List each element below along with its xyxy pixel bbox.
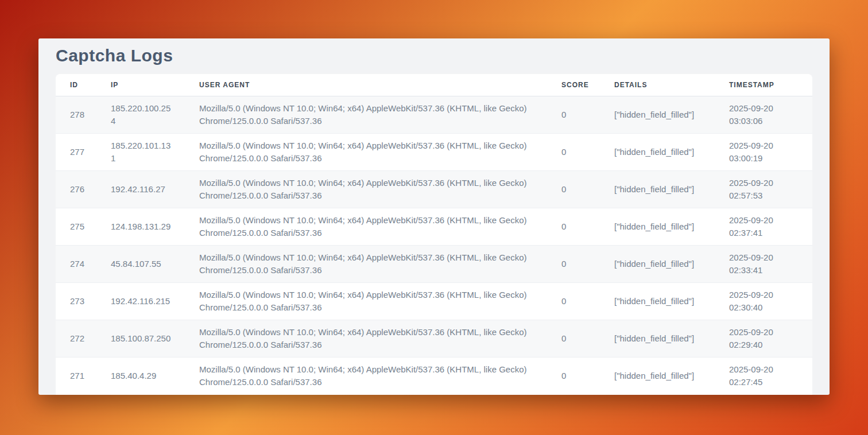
- column-header-ip: IP: [96, 74, 185, 96]
- captcha-logs-card: Captcha Logs ID IP USER AGENT SCORE DETA…: [38, 38, 830, 395]
- cell-ip: 185.100.87.250: [96, 320, 185, 358]
- logs-table: ID IP USER AGENT SCORE DETAILS TIMESTAMP…: [56, 74, 812, 395]
- cell-details: ["hidden_field_filled"]: [600, 358, 715, 395]
- cell-ip: 192.42.116.27: [96, 171, 185, 208]
- cell-score: 0: [547, 358, 600, 395]
- table-row: 272 185.100.87.250 Mozilla/5.0 (Windows …: [56, 320, 812, 358]
- cell-timestamp: 2025-09-20 02:37:41: [715, 208, 812, 246]
- table-header-row: ID IP USER AGENT SCORE DETAILS TIMESTAMP: [56, 74, 812, 96]
- table-row: 276 192.42.116.27 Mozilla/5.0 (Windows N…: [56, 171, 812, 208]
- cell-id: 271: [56, 358, 96, 395]
- cell-user-agent: Mozilla/5.0 (Windows NT 10.0; Win64; x64…: [185, 134, 547, 171]
- cell-score: 0: [547, 96, 600, 134]
- cell-timestamp: 2025-09-20 03:00:19: [715, 134, 812, 171]
- cell-details: ["hidden_field_filled"]: [600, 208, 715, 246]
- cell-ip: 124.198.131.29: [96, 208, 185, 246]
- cell-score: 0: [547, 246, 600, 283]
- logs-table-grid: ID IP USER AGENT SCORE DETAILS TIMESTAMP…: [56, 74, 812, 395]
- cell-user-agent: Mozilla/5.0 (Windows NT 10.0; Win64; x64…: [185, 320, 547, 358]
- table-row: 273 192.42.116.215 Mozilla/5.0 (Windows …: [56, 283, 812, 320]
- cell-user-agent: Mozilla/5.0 (Windows NT 10.0; Win64; x64…: [185, 246, 547, 283]
- column-header-score: SCORE: [547, 74, 600, 96]
- table-row: 278 185.220.100.254 Mozilla/5.0 (Windows…: [56, 96, 812, 134]
- table-row: 271 185.40.4.29 Mozilla/5.0 (Windows NT …: [56, 358, 812, 395]
- page-title: Captcha Logs: [56, 46, 812, 65]
- column-header-useragent: USER AGENT: [185, 74, 547, 96]
- cell-score: 0: [547, 320, 600, 358]
- cell-id: 273: [56, 283, 96, 320]
- column-header-id: ID: [56, 74, 96, 96]
- cell-ip: 192.42.116.215: [96, 283, 185, 320]
- cell-user-agent: Mozilla/5.0 (Windows NT 10.0; Win64; x64…: [185, 358, 547, 395]
- table-row: 277 185.220.101.131 Mozilla/5.0 (Windows…: [56, 134, 812, 171]
- cell-user-agent: Mozilla/5.0 (Windows NT 10.0; Win64; x64…: [185, 96, 547, 134]
- cell-ip: 45.84.107.55: [96, 246, 185, 283]
- cell-details: ["hidden_field_filled"]: [600, 134, 715, 171]
- cell-details: ["hidden_field_filled"]: [600, 171, 715, 208]
- cell-details: ["hidden_field_filled"]: [600, 246, 715, 283]
- cell-details: ["hidden_field_filled"]: [600, 320, 715, 358]
- cell-details: ["hidden_field_filled"]: [600, 96, 715, 134]
- cell-user-agent: Mozilla/5.0 (Windows NT 10.0; Win64; x64…: [185, 171, 547, 208]
- cell-score: 0: [547, 134, 600, 171]
- cell-timestamp: 2025-09-20 02:57:53: [715, 171, 812, 208]
- cell-timestamp: 2025-09-20 03:03:06: [715, 96, 812, 134]
- cell-id: 274: [56, 246, 96, 283]
- table-row: 275 124.198.131.29 Mozilla/5.0 (Windows …: [56, 208, 812, 246]
- table-row: 274 45.84.107.55 Mozilla/5.0 (Windows NT…: [56, 246, 812, 283]
- cell-timestamp: 2025-09-20 02:30:40: [715, 283, 812, 320]
- cell-user-agent: Mozilla/5.0 (Windows NT 10.0; Win64; x64…: [185, 208, 547, 246]
- cell-score: 0: [547, 171, 600, 208]
- cell-id: 272: [56, 320, 96, 358]
- cell-ip: 185.220.101.131: [96, 134, 185, 171]
- cell-id: 277: [56, 134, 96, 171]
- column-header-timestamp: TIMESTAMP: [715, 74, 812, 96]
- cell-timestamp: 2025-09-20 02:33:41: [715, 246, 812, 283]
- cell-details: ["hidden_field_filled"]: [600, 283, 715, 320]
- cell-ip: 185.40.4.29: [96, 358, 185, 395]
- cell-user-agent: Mozilla/5.0 (Windows NT 10.0; Win64; x64…: [185, 283, 547, 320]
- cell-ip: 185.220.100.254: [96, 96, 185, 134]
- cell-timestamp: 2025-09-20 02:29:40: [715, 320, 812, 358]
- cell-score: 0: [547, 283, 600, 320]
- cell-id: 278: [56, 96, 96, 134]
- column-header-details: DETAILS: [600, 74, 715, 96]
- cell-timestamp: 2025-09-20 02:27:45: [715, 358, 812, 395]
- cell-id: 276: [56, 171, 96, 208]
- cell-id: 275: [56, 208, 96, 246]
- cell-score: 0: [547, 208, 600, 246]
